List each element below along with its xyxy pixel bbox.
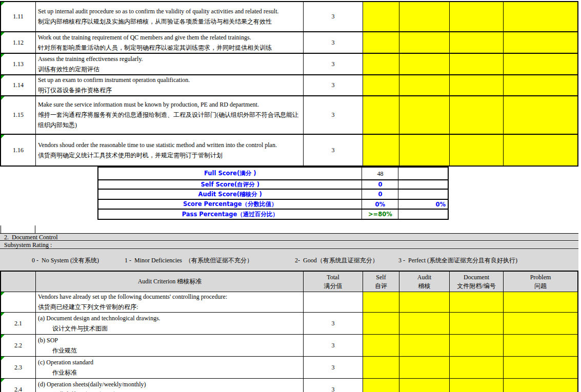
document-input-cell[interactable] [450,135,504,166]
document-input-cell[interactable] [450,75,504,95]
criterion-en: Vendors have already set up the followin… [38,292,302,302]
audit-score-input-cell[interactable] [399,335,450,356]
header-total-zh: 满分值 [324,282,343,291]
table-row: 1.11 Set up internal audit procedure so … [1,2,577,32]
document-input-cell[interactable] [450,2,504,31]
problem-input-cell[interactable] [504,335,577,356]
document-input-cell[interactable] [450,313,504,334]
score-summary-table: Full Score(满分 ) 48 Self Score(自评分 ) 0 Au… [97,167,449,220]
criterion-zh: 训练有效性的定期评估 [38,64,302,74]
header-audit-zh: 稽核 [418,282,431,291]
subsystem-rating-label: Subsystem Rating : [4,241,52,249]
subsystem-rating-bar: Subsystem Rating : [0,241,578,249]
total-score: 3 [332,81,335,89]
problem-input-cell[interactable] [504,379,577,392]
audit-score-input-cell[interactable] [399,96,450,134]
total-score-cell: 3 [304,32,363,53]
audit-score-input-cell[interactable] [399,2,450,31]
criterion-zh: 针对所有影响质量活动的人员，制定明确程序以鉴定其训练需求，并同时提供相关训练 [38,43,302,53]
self-score-input-cell[interactable] [363,335,399,356]
audit-score-input-cell[interactable] [399,313,450,334]
audit-spreadsheet: 1.11 Set up internal audit procedure so … [0,0,581,392]
audit-score-input-cell[interactable] [399,32,450,53]
problem-input-cell[interactable] [504,54,577,74]
problem-input-cell[interactable] [504,96,577,134]
document-input-cell[interactable] [450,32,504,53]
row-number-cell: 1.14 [1,75,36,95]
row-number-cell: 1.15 [1,96,36,134]
self-score-extra [398,180,448,189]
criterion-en: (c) Operation standard [38,358,302,367]
self-score-input-cell[interactable] [363,135,399,166]
criterion-cell: Vendors shoud order the reasonable time … [36,135,304,166]
header-total-en: Total [327,273,339,282]
header-document-cell: Document 文件附档/编号 [450,272,504,292]
comment-triangle-icon [1,313,5,316]
problem-input-cell[interactable] [504,313,577,334]
row-number-cell: 2.3 [1,357,36,378]
document-input-cell[interactable] [450,357,504,378]
audit-score-input-cell[interactable] [399,135,450,166]
row-number-cell: 2.2 [1,335,36,356]
document-input-cell[interactable] [450,292,504,312]
problem-input-cell[interactable] [504,135,577,166]
header-self-en: Self [376,273,386,282]
self-score-input-cell[interactable] [363,96,399,134]
self-score-input-cell[interactable] [363,313,399,334]
rating-scale-row: 0 - No System (没有系统) 1 - Minor Deficienc… [0,250,578,271]
document-input-cell[interactable] [450,54,504,74]
total-score-cell: 3 [304,335,363,356]
total-score-cell [304,292,363,312]
audit-score-input-cell[interactable] [399,292,450,312]
self-score-input-cell[interactable] [363,32,399,53]
criterion-cell: (d) Operation sheets(daily/weekly/monthl… [36,379,304,392]
table-row: 2.4 (d) Operation sheets(daily/weekly/mo… [1,379,577,392]
score-percentage-value: 0% [362,200,398,209]
section2-table: Audit Criterion 稽核标准 Total 满分值 Self 自评 A… [0,271,578,392]
document-input-cell[interactable] [450,379,504,392]
total-score: 3 [332,147,335,154]
audit-score-input-cell[interactable] [399,379,450,392]
criterion-en: Assess the training effectiveness regula… [38,54,302,64]
self-score-input-cell[interactable] [363,54,399,74]
self-score-input-cell[interactable] [363,75,399,95]
criterion-cell: (c) Operation standard 作业标准 [36,357,304,378]
total-score-cell: 3 [304,313,363,334]
total-score-cell: 3 [304,357,363,378]
header-total-cell: Total 满分值 [304,272,363,292]
score-percentage-value-2: 0% [398,200,448,209]
total-score-cell: 3 [304,379,363,392]
gridline-stub [35,225,35,234]
summary-row-full-score: Full Score(满分 ) 48 [98,168,448,180]
criterion-cell: (b) SOP 作业规范 [36,335,304,356]
audit-score-input-cell[interactable] [399,75,450,95]
row-number-cell: 2.1 [1,313,36,334]
audit-score-input-cell[interactable] [399,54,450,74]
table-row: 2.3 (c) Operation standard 作业标准 3 [1,357,577,379]
problem-input-cell[interactable] [504,32,577,53]
document-input-cell[interactable] [450,335,504,356]
self-score-input-cell[interactable] [363,292,399,312]
self-score-input-cell[interactable] [363,357,399,378]
criterion-cell: Vendors have already set up the followin… [36,292,304,312]
criterion-cell: Make sure the service information must b… [36,96,304,134]
problem-input-cell[interactable] [504,75,577,95]
criterion-cell: (a) Document design and technological dr… [36,313,304,334]
audit-score-input-cell[interactable] [399,357,450,378]
section2-title: 2. Document Control [4,234,58,241]
criterion-zh: 明订仪器设备操作资格程序 [38,85,302,95]
problem-input-cell[interactable] [504,2,577,31]
total-score-cell: 3 [304,75,363,95]
rating-0-label: 0 - No System (没有系统) [32,256,99,265]
self-score-label: Self Score(自评分 ) [98,180,362,189]
header-number-cell [1,272,36,292]
document-input-cell[interactable] [450,96,504,134]
table-row: 1.15 Make sure the service information m… [1,96,577,135]
problem-input-cell[interactable] [504,357,577,378]
criterion-zh: 供货商明确定义统计工具技术使用的时机，并规定需明订于管制计划 [38,150,302,160]
self-score-input-cell[interactable] [363,379,399,392]
self-score-input-cell[interactable] [363,2,399,31]
criterion-en: (d) Operation sheets(daily/weekly/monthl… [38,380,302,389]
score-percentage-label: Score Percentage（分数比值） [98,200,362,209]
problem-input-cell[interactable] [504,292,577,312]
